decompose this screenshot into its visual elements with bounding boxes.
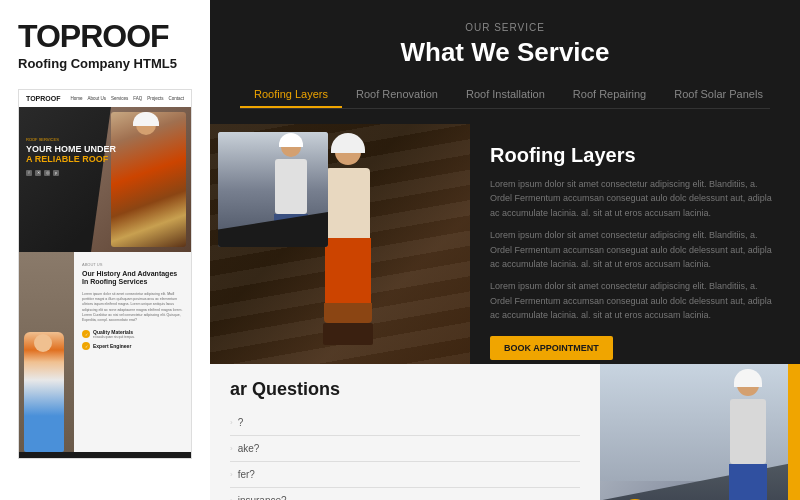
mini-about-title: Our History And Advantages In Roofing Se… xyxy=(82,270,183,287)
instagram-icon: ◎ xyxy=(44,170,50,176)
bottom-section: ar Questions › ? › ake? › fer? › insuran… xyxy=(210,364,800,500)
service-label: OUR SERVICE xyxy=(240,22,770,33)
mini-nav-brand: TOPROOF xyxy=(26,95,60,102)
service-content: Roofing Layers Lorem ipsum dolor sit ame… xyxy=(210,124,800,364)
question-arrow-3: › xyxy=(230,470,233,479)
left-panel: TOPROOF Roofing Company HTML5 TOPROOF Ho… xyxy=(0,0,210,500)
service-para-1: Lorem ipsum dolor sit amet consectetur a… xyxy=(490,177,780,220)
tab-roof-solar-panels[interactable]: Roof Solar Panels xyxy=(660,82,777,108)
mini-nav-links: Home About Us Services FAQ Projects Cont… xyxy=(70,96,184,101)
tab-roof-renovation[interactable]: Roof Renovation xyxy=(342,82,452,108)
bottom-roofer-figure xyxy=(710,374,785,500)
service-content-title: Roofing Layers xyxy=(490,144,780,167)
pinterest-icon: p xyxy=(53,170,59,176)
mini-feature-1: ✓ Quality Materials et iaculis quam nis … xyxy=(82,329,183,339)
service-thumbnail xyxy=(218,132,328,247)
twitter-icon: ✕ xyxy=(35,170,41,176)
book-appointment-button[interactable]: Book Appointment xyxy=(490,336,613,360)
service-para-2: Lorem ipsum dolor sit amet consectetur a… xyxy=(490,228,780,271)
check-icon-1: ✓ xyxy=(82,330,90,338)
question-arrow-4: › xyxy=(230,496,233,500)
service-para-3: Lorem ipsum dolor sit amet consectetur a… xyxy=(490,279,780,322)
question-arrow-1: › xyxy=(230,418,233,427)
yellow-bar xyxy=(788,364,800,500)
mini-social-icons: f ✕ ◎ p xyxy=(26,170,116,176)
mini-feature-2: ✓ Expert Engineer xyxy=(82,342,183,350)
feature-2-title: Expert Engineer xyxy=(93,343,131,349)
facebook-icon: f xyxy=(26,170,32,176)
questions-title: ar Questions xyxy=(230,379,580,400)
mini-about-label: ABOUT US xyxy=(82,262,183,267)
mini-about-image xyxy=(19,252,74,452)
mini-about-person xyxy=(24,332,64,452)
service-text: Roofing Layers Lorem ipsum dolor sit ame… xyxy=(470,124,800,364)
feature-1-desc: et iaculis quam nis quit tempus. xyxy=(93,335,135,339)
mini-hero-text: ROOF SERVICES YOUR HOME UNDER A RELIABLE… xyxy=(26,137,116,176)
right-panel: OUR SERVICE What We Service Roofing Laye… xyxy=(210,0,800,500)
mini-site-preview: TOPROOF Home About Us Services FAQ Proje… xyxy=(18,89,192,459)
question-1[interactable]: › ? xyxy=(230,410,580,436)
tab-roof-installation[interactable]: Roof Installation xyxy=(452,82,559,108)
hero-roofer-image xyxy=(111,112,186,247)
question-2[interactable]: › ake? xyxy=(230,436,580,462)
mini-about-body: Lorem ipsum dolor sit amet consectetur a… xyxy=(82,292,183,324)
mini-hero: ROOF SERVICES YOUR HOME UNDER A RELIABLE… xyxy=(19,107,191,252)
tab-roof-repairing[interactable]: Roof Repairing xyxy=(559,82,660,108)
question-arrow-2: › xyxy=(230,444,233,453)
mini-about: ABOUT US Our History And Advantages In R… xyxy=(74,252,191,452)
brand-title: TOPROOF xyxy=(18,20,192,52)
service-image xyxy=(210,124,470,364)
brand-subtitle: Roofing Company HTML5 xyxy=(18,56,192,71)
service-tabs: Roofing Layers Roof Renovation Roof Inst… xyxy=(240,82,770,109)
tab-roofing-layers[interactable]: Roofing Layers xyxy=(240,82,342,108)
questions-section: ar Questions › ? › ake? › fer? › insuran… xyxy=(210,364,600,500)
service-section: OUR SERVICE What We Service Roofing Laye… xyxy=(210,0,800,124)
mini-hero-headline: YOUR HOME UNDER A RELIABLE ROOF xyxy=(26,145,116,165)
question-3[interactable]: › fer? xyxy=(230,462,580,488)
check-icon-2: ✓ xyxy=(82,342,90,350)
bottom-image-bg: ▶ xyxy=(600,364,800,500)
mini-bottom: ABOUT US Our History And Advantages In R… xyxy=(19,252,191,452)
bottom-roofer-image: ▶ xyxy=(600,364,800,500)
service-image-bg xyxy=(210,124,470,364)
service-title: What We Service xyxy=(240,37,770,68)
mini-hero-label: ROOF SERVICES xyxy=(26,137,116,142)
question-4[interactable]: › insurance? xyxy=(230,488,580,500)
mini-nav: TOPROOF Home About Us Services FAQ Proje… xyxy=(19,90,191,107)
